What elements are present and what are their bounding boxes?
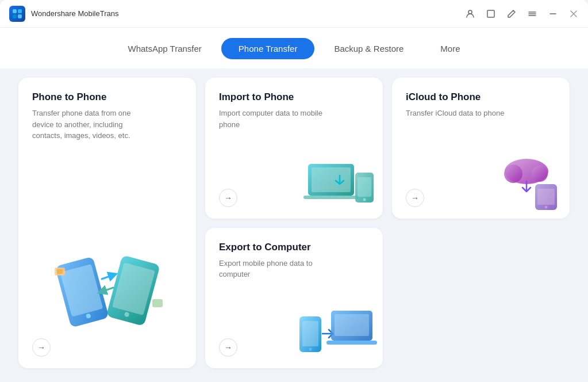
svg-point-4: [468, 10, 472, 14]
svg-rect-25: [358, 177, 371, 197]
svg-point-28: [504, 165, 522, 183]
edit-icon[interactable]: [506, 9, 517, 19]
titlebar: Wondershare MobileTrans: [0, 0, 588, 28]
titlebar-left: Wondershare MobileTrans: [9, 6, 118, 22]
user-icon[interactable]: [465, 9, 475, 19]
svg-rect-23: [303, 196, 359, 199]
export-illustration: [297, 299, 377, 368]
import-illustration: [302, 155, 377, 213]
svg-rect-34: [302, 321, 318, 346]
card-export-desc: Export mobile phone data to computer: [219, 258, 334, 280]
svg-rect-19: [57, 269, 63, 274]
card-import-to-phone[interactable]: Import to Phone Import computer data to …: [205, 78, 383, 219]
svg-rect-3: [18, 14, 22, 18]
minimize-icon[interactable]: [548, 9, 558, 19]
card-icloud-title: iCloud to Phone: [406, 91, 556, 103]
app-icon: [9, 6, 25, 22]
main-content: Phone to Phone Transfer phone data from …: [0, 68, 588, 382]
card-import-title: Import to Phone: [219, 91, 369, 103]
icloud-illustration: [489, 150, 564, 213]
card-phone-to-phone-title: Phone to Phone: [32, 91, 182, 103]
svg-rect-37: [335, 314, 369, 336]
titlebar-controls: [465, 9, 579, 19]
close-icon[interactable]: [568, 9, 579, 19]
app-title-text: Wondershare MobileTrans: [31, 9, 118, 18]
svg-rect-1: [18, 9, 22, 13]
svg-point-35: [309, 348, 312, 351]
card-export-title: Export to Computer: [219, 242, 369, 253]
svg-rect-22: [312, 167, 351, 192]
tab-backup[interactable]: Backup & Restore: [317, 38, 421, 59]
card-icloud-desc: Transfer iCloud data to phone: [406, 108, 521, 119]
tab-phone[interactable]: Phone Transfer: [221, 38, 315, 59]
window-icon[interactable]: [486, 9, 496, 19]
svg-rect-2: [13, 14, 17, 18]
card-phone-to-phone-desc: Transfer phone data from one device to a…: [32, 108, 147, 142]
card-import-desc: Import computer data to mobile phone: [219, 108, 334, 130]
svg-rect-31: [537, 189, 555, 205]
svg-point-29: [532, 166, 548, 182]
card-phone-to-phone[interactable]: Phone to Phone Transfer phone data from …: [18, 78, 196, 368]
svg-rect-20: [152, 299, 163, 307]
card-phone-to-phone-arrow[interactable]: →: [32, 338, 51, 357]
card-export-to-computer[interactable]: Export to Computer Export mobile phone d…: [205, 228, 383, 369]
menu-icon[interactable]: [527, 9, 537, 19]
svg-rect-38: [326, 341, 377, 345]
tab-whatsapp[interactable]: WhatsApp Transfer: [110, 38, 218, 59]
card-import-arrow[interactable]: →: [219, 189, 237, 207]
card-export-arrow[interactable]: →: [219, 338, 237, 357]
app-window: Wondershare MobileTrans: [0, 0, 588, 382]
card-icloud-to-phone[interactable]: iCloud to Phone Transfer iCloud data to …: [392, 78, 570, 219]
tab-more[interactable]: More: [423, 38, 477, 59]
svg-rect-5: [487, 10, 494, 17]
nav-tabs: WhatsApp Transfer Phone Transfer Backup …: [0, 28, 588, 68]
svg-point-32: [545, 205, 548, 208]
card-icloud-arrow[interactable]: →: [406, 189, 424, 207]
svg-point-26: [363, 198, 366, 201]
svg-rect-0: [13, 9, 17, 13]
